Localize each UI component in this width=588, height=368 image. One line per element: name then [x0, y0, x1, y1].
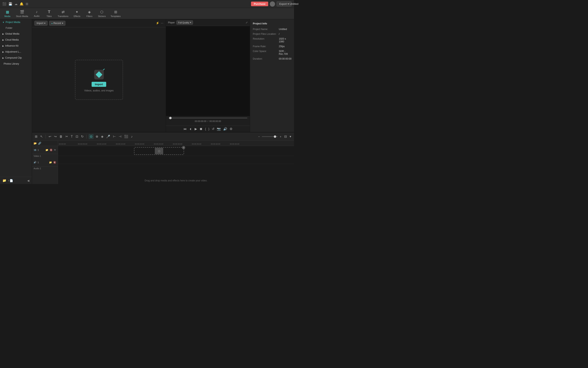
step-back-button[interactable]: ⏴: [189, 127, 192, 131]
clip-button[interactable]: ⊣: [118, 134, 122, 139]
zoom-in-icon[interactable]: +: [279, 135, 282, 138]
audio-track-mute-button[interactable]: 🔇: [53, 161, 56, 164]
media-icon: ▦: [6, 10, 9, 14]
sidebar-item-global-media[interactable]: ▶ Global Media: [0, 31, 32, 37]
add-file-button[interactable]: +📄: [8, 179, 13, 182]
timeline-select-button[interactable]: ↖: [39, 134, 44, 139]
drop-description: Videos, audios, and images: [84, 89, 114, 92]
crop-button[interactable]: ⊡: [75, 134, 79, 139]
sidebar-item-photos-library[interactable]: Photos Library: [0, 61, 32, 67]
templates-icon: ⊞: [114, 10, 117, 14]
clip-thumb-icon: ⊙: [158, 149, 160, 153]
sidebar-item-folder[interactable]: Folder: [0, 25, 32, 31]
collapse-panel-button[interactable]: ◀: [27, 179, 29, 182]
filter-icon[interactable]: ⚡: [156, 21, 159, 25]
magnet-button[interactable]: ⊙: [89, 134, 94, 139]
info-row-framerate: Frame Rate: 25fps: [253, 45, 291, 48]
timeline-options-button[interactable]: ⊟: [283, 134, 288, 139]
save-icon[interactable]: 💾: [9, 2, 12, 6]
audio-button[interactable]: 🔊: [223, 127, 227, 131]
ripple-button[interactable]: ⊕: [95, 134, 99, 139]
audio1-icon: 🔊: [34, 161, 37, 164]
undo-button[interactable]: ↩: [48, 134, 52, 139]
zoom-slider[interactable]: [262, 136, 278, 137]
video-clip[interactable]: ⊙ +: [134, 147, 184, 155]
pip-button[interactable]: ⬛: [123, 134, 129, 139]
play-button[interactable]: ▶: [195, 127, 197, 131]
tool-transitions[interactable]: ⇄ Transitions: [56, 9, 70, 18]
logo-background: [94, 70, 104, 79]
tool-media[interactable]: ▦ Media: [2, 9, 13, 18]
import-drop-area[interactable]: ↙ Import Videos, audios, and images: [75, 60, 123, 100]
left-panel: ▼ Project Media Folder ▶ Global Media ▶ …: [0, 19, 32, 184]
add-clip-button[interactable]: +: [182, 146, 185, 149]
drop-import-button[interactable]: Import: [92, 82, 106, 87]
tool-stock-media[interactable]: 🎬 Stock Media: [14, 9, 30, 18]
tool-effects[interactable]: ✦ Effects: [71, 9, 83, 18]
bell-icon[interactable]: 🔔: [20, 2, 24, 6]
cloud-upload-icon[interactable]: ☁: [14, 2, 18, 6]
sidebar-item-influence-kit[interactable]: ▶ Influence Kit: [0, 43, 32, 49]
mark-in-button[interactable]: {: [205, 127, 206, 131]
split-button[interactable]: ⊢: [112, 134, 117, 139]
tool-templates[interactable]: ⊞ Templates: [109, 9, 123, 18]
playhead-scrubber[interactable]: [168, 118, 248, 118]
track-mute-button[interactable]: 🔇: [50, 149, 53, 151]
stop-button[interactable]: ⏹: [199, 127, 202, 131]
snapshot-button[interactable]: 📷: [217, 127, 221, 131]
import-button[interactable]: Import ▾: [34, 21, 48, 26]
sidebar-item-project-media[interactable]: ▼ Project Media: [0, 19, 32, 25]
redo-button[interactable]: ↪: [53, 134, 57, 139]
grid-icon[interactable]: ⊞: [26, 2, 28, 6]
record-button[interactable]: ● Record ▾: [49, 21, 65, 26]
delete-button[interactable]: 🗑: [59, 134, 64, 139]
more-options-button[interactable]: ▾: [289, 134, 292, 139]
sidebar-item-cloud-media[interactable]: ▶ Cloud Media: [0, 37, 32, 43]
quality-select[interactable]: Full Quality ▾: [176, 20, 193, 25]
player-label: Player: [168, 21, 175, 24]
link-button[interactable]: 🔗: [38, 142, 41, 145]
more-options-icon[interactable]: ···: [161, 21, 163, 25]
player-expand-button[interactable]: ⤢: [246, 21, 248, 24]
track-header-video1: 📹 1 📁 🔇 👁: [32, 146, 58, 154]
media-toolbar: Import ▾ ● Record ▾ ⚡ ···: [32, 19, 166, 28]
tool-audio[interactable]: ♪ Audio: [31, 9, 43, 18]
text-tool-button[interactable]: T: [70, 134, 74, 139]
sidebar-item-compound-clip[interactable]: ▶ Compound Clip: [0, 55, 32, 61]
audio-track-button[interactable]: ♪: [130, 134, 133, 139]
zoom-out-icon[interactable]: −: [257, 135, 261, 138]
purchase-button[interactable]: Purchase: [251, 2, 268, 6]
tool-stickers[interactable]: ⬡ Stickers: [96, 9, 108, 18]
player-controls: ⏮ ⏴ ▶ ⏹ { } ↺ 📷 🔊 ⚙: [166, 126, 250, 132]
playback-mode-button[interactable]: ↺: [212, 127, 214, 131]
app-logo: ↙: [93, 67, 105, 79]
mark-out-button[interactable]: }: [208, 127, 209, 131]
media-section: ▼ Project Media Folder ▶ Global Media ▶ …: [0, 19, 32, 177]
timeline-layout-button[interactable]: ⊞: [34, 134, 38, 139]
mic-button[interactable]: 🎤: [105, 134, 111, 139]
timeline-area: 📂 🔗 📹 1 📁 🔇 👁: [32, 141, 294, 184]
tool-titles[interactable]: T Titles: [43, 9, 55, 18]
sidebar-item-adjustment-layer[interactable]: ▶ Adjustment L...: [0, 49, 32, 55]
ruler-mark-7: 00:00:35:00: [192, 143, 211, 145]
rotate-button[interactable]: ↻: [80, 134, 84, 139]
track-content: 00:00:00 00:00:05:00 00:00:10:00 00:00:1…: [58, 141, 294, 184]
info-row-resolution: Resolution: 1920 x 1080: [253, 37, 291, 43]
add-track-button[interactable]: 📂: [34, 142, 37, 145]
cut-button[interactable]: ✂: [64, 134, 69, 139]
media-and-player: Import ▾ ● Record ▾ ⚡ ···: [32, 19, 294, 132]
mark-button[interactable]: ◈: [100, 134, 104, 139]
titlebar-center: Untitled: [290, 2, 294, 5]
export-button[interactable]: Export ▾: [277, 1, 292, 6]
screen-icon[interactable]: ⬛: [2, 2, 6, 6]
rewind-button[interactable]: ⏮: [184, 127, 187, 131]
current-time: 00:00:00:00: [195, 120, 206, 122]
chevron-down-icon: ▾: [288, 2, 289, 5]
tool-filters[interactable]: ◈ Filters: [83, 9, 95, 18]
add-folder-button[interactable]: 📁: [2, 179, 6, 182]
track-visibility-button[interactable]: 👁: [54, 149, 56, 151]
settings-button[interactable]: ⚙: [230, 127, 232, 131]
audio-track-lock-button[interactable]: 📁: [49, 161, 52, 164]
track-lock-button[interactable]: 📁: [46, 149, 48, 151]
drop-zone: ↙ Import Videos, audios, and images: [32, 28, 166, 132]
